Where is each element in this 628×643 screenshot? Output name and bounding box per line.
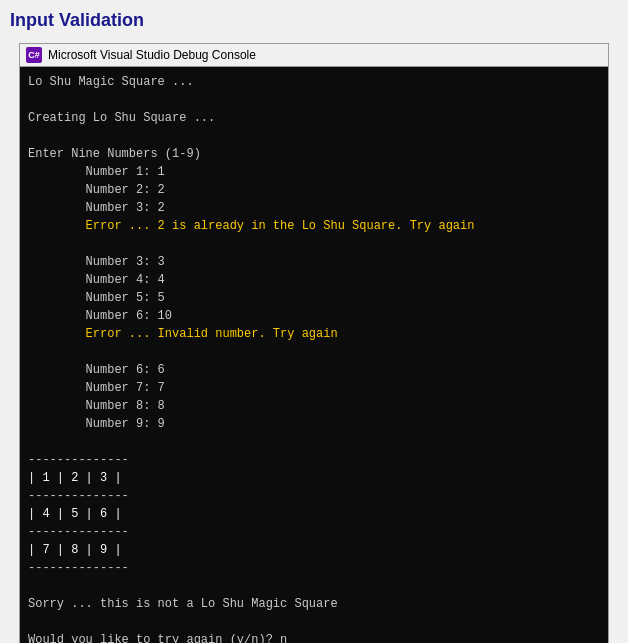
console-titlebar: C# Microsoft Visual Studio Debug Console [20, 44, 608, 67]
console-line: Number 9: 9 [28, 415, 600, 433]
console-line: | 4 | 5 | 6 | [28, 505, 600, 523]
console-line: Number 8: 8 [28, 397, 600, 415]
console-line: Error ... 2 is already in the Lo Shu Squ… [28, 217, 600, 235]
console-window: C# Microsoft Visual Studio Debug Console… [19, 43, 609, 643]
console-blank-line [28, 127, 600, 145]
console-blank-line [28, 343, 600, 361]
console-line: -------------- [28, 523, 600, 541]
console-blank-line [28, 613, 600, 631]
console-line: Number 3: 3 [28, 253, 600, 271]
console-line: Would you like to try again (y/n)? n [28, 631, 600, 643]
console-line: | 7 | 8 | 9 | [28, 541, 600, 559]
console-blank-line [28, 91, 600, 109]
console-blank-line [28, 433, 600, 451]
console-line: Number 6: 6 [28, 361, 600, 379]
console-line: Number 1: 1 [28, 163, 600, 181]
console-body: Lo Shu Magic Square ...Creating Lo Shu S… [20, 67, 608, 643]
console-line: Number 4: 4 [28, 271, 600, 289]
console-line: Sorry ... this is not a Lo Shu Magic Squ… [28, 595, 600, 613]
console-title-text: Microsoft Visual Studio Debug Console [48, 48, 256, 62]
console-line: Number 6: 10 [28, 307, 600, 325]
console-line: Number 2: 2 [28, 181, 600, 199]
console-line: Creating Lo Shu Square ... [28, 109, 600, 127]
console-icon: C# [26, 47, 42, 63]
console-line: -------------- [28, 559, 600, 577]
console-line: Enter Nine Numbers (1-9) [28, 145, 600, 163]
console-line: -------------- [28, 487, 600, 505]
console-line: Number 7: 7 [28, 379, 600, 397]
console-line: Lo Shu Magic Square ... [28, 73, 600, 91]
console-line: -------------- [28, 451, 600, 469]
console-line: | 1 | 2 | 3 | [28, 469, 600, 487]
console-line: Error ... Invalid number. Try again [28, 325, 600, 343]
console-line: Number 5: 5 [28, 289, 600, 307]
console-line: Number 3: 2 [28, 199, 600, 217]
console-blank-line [28, 235, 600, 253]
page-title: Input Validation [10, 10, 618, 31]
console-blank-line [28, 577, 600, 595]
